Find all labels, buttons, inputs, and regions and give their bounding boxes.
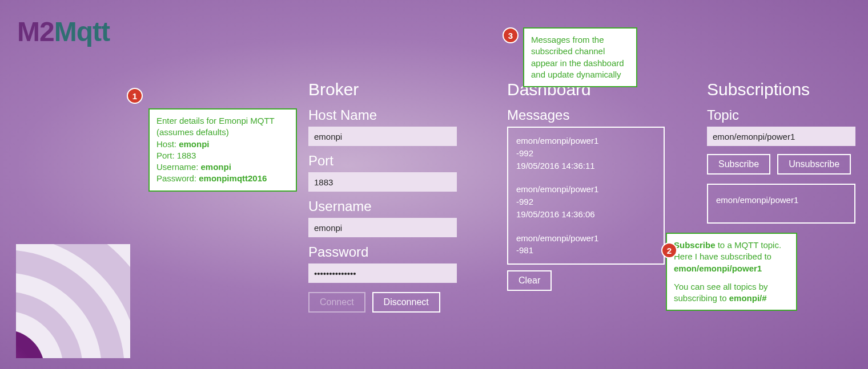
message-value: -981 <box>516 244 656 257</box>
callout-text: subscribed channel <box>531 46 629 57</box>
topic-input[interactable] <box>707 127 855 146</box>
password-label: Password <box>308 244 474 260</box>
logo-part1: M2 <box>17 17 54 47</box>
messages-box: emon/emonpi/power1 -992 19/05/2016 14:36… <box>507 127 665 265</box>
username-input[interactable] <box>308 218 457 237</box>
port-input[interactable] <box>308 172 457 192</box>
callout-text: emon/emonpi/power1 <box>674 263 789 274</box>
svg-point-3 <box>16 330 45 358</box>
message-item: emon/emonpi/power1 -992 19/05/2016 14:36… <box>516 183 656 220</box>
subscription-item: emon/emonpi/power1 <box>716 195 846 205</box>
message-time: 19/05/2016 14:36:06 <box>516 208 656 221</box>
message-topic: emon/emonpi/power1 <box>516 183 656 196</box>
unsubscribe-button[interactable]: Unsubscribe <box>777 154 851 175</box>
callout-text: You can see all topics by <box>674 281 789 293</box>
host-label: Host Name <box>308 107 474 123</box>
subscribe-button[interactable]: Subscribe <box>707 154 770 175</box>
message-topic: emon/emonpi/power1 <box>516 135 656 147</box>
message-time: 19/05/2016 14:36:11 <box>516 160 656 172</box>
message-value: -992 <box>516 196 656 208</box>
message-value: -992 <box>516 147 656 160</box>
callout-badge-2: 2 <box>661 242 677 258</box>
clear-button[interactable]: Clear <box>507 270 552 291</box>
message-item: emon/emonpi/power1 -992 19/05/2016 14:36… <box>516 135 656 172</box>
subscriptions-list: emon/emonpi/power1 <box>707 184 855 224</box>
app-tile-icon <box>16 244 130 358</box>
callout-text: (assumes defaults) <box>156 127 289 138</box>
broker-title: Broker <box>308 80 474 99</box>
callout-text: Messages from the <box>531 34 629 46</box>
message-topic: emon/emonpi/power1 <box>516 232 656 245</box>
logo-part2: Mqtt <box>54 17 110 47</box>
disconnect-button[interactable]: Disconnect <box>372 292 440 313</box>
callout-text: subscribing to emonpi/# <box>674 293 789 304</box>
callout-badge-3: 3 <box>503 27 519 43</box>
callout-text: Username: emonpi <box>156 161 289 173</box>
message-item: emon/emonpi/power1 -981 <box>516 232 656 257</box>
callout-text: Enter details for Emonpi MQTT <box>156 115 289 127</box>
dashboard-section: Dashboard Messages emon/emonpi/power1 -9… <box>507 80 673 291</box>
callout-text: and update dynamically <box>531 69 629 80</box>
broker-section: Broker Host Name Port Username Password … <box>308 80 474 313</box>
subscriptions-section: Subscriptions Topic Subscribe Unsubscrib… <box>707 80 860 224</box>
app-logo: M2Mqtt <box>17 16 110 47</box>
subscriptions-title: Subscriptions <box>707 80 860 99</box>
host-input[interactable] <box>308 127 457 146</box>
connect-button[interactable]: Connect <box>308 292 365 313</box>
callout-text: Host: emonpi <box>156 139 289 150</box>
callout-1: Enter details for Emonpi MQTT (assumes d… <box>148 108 297 192</box>
callout-text: Port: 1883 <box>156 150 289 161</box>
callout-text: Subscribe to a MQTT topic. <box>674 240 789 251</box>
callout-text: Here I have subscribed to <box>674 251 789 262</box>
callout-text: Password: emonpimqtt2016 <box>156 173 289 184</box>
callout-3: Messages from the subscribed channel app… <box>523 27 637 87</box>
port-label: Port <box>308 153 474 169</box>
password-input[interactable] <box>308 263 457 283</box>
callout-badge-1: 1 <box>127 88 143 104</box>
callout-text: appear in the dashboard <box>531 58 629 69</box>
topic-label: Topic <box>707 107 860 123</box>
messages-label: Messages <box>507 107 673 123</box>
username-label: Username <box>308 198 474 214</box>
callout-2: Subscribe to a MQTT topic. Here I have s… <box>666 233 797 311</box>
